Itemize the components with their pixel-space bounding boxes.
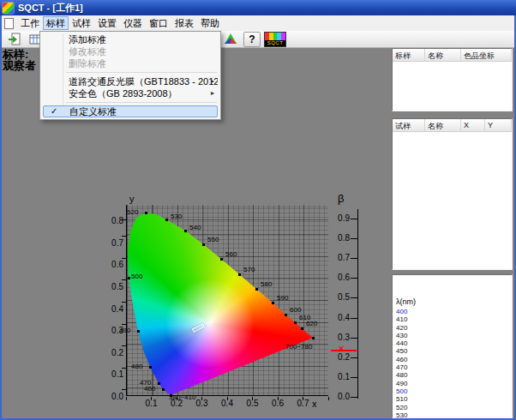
- standard-table-header: 标样名称色品坐标: [393, 49, 512, 62]
- app-icon: [3, 3, 14, 14]
- menu-item-label: 道路交通反光膜（GBT18833 - 2012）: [69, 76, 218, 87]
- wavelength-item[interactable]: 400: [393, 308, 512, 315]
- locus-point: [301, 327, 303, 330]
- wavelength-item[interactable]: 470: [393, 363, 512, 371]
- locus-label: 580: [261, 280, 272, 288]
- title-bar[interactable]: SQCT - [工作1]: [0, 0, 516, 15]
- locus-point: [294, 321, 297, 324]
- locus-point: [128, 277, 130, 279]
- standard-table-body[interactable]: [393, 62, 512, 111]
- wavelength-item[interactable]: 490: [393, 380, 512, 387]
- wavelength-item[interactable]: 450: [393, 347, 512, 355]
- locus-label: 520: [127, 208, 138, 216]
- sample-table-body[interactable]: [393, 132, 512, 269]
- submenu-arrow-icon: ▸: [211, 75, 214, 87]
- sample-table-column-1[interactable]: 名称: [425, 119, 461, 131]
- sample-table-column-2[interactable]: X: [461, 119, 485, 131]
- locus-point: [184, 230, 187, 232]
- menu-item-label: 修改标准: [69, 46, 106, 57]
- beta-tick-label: 0.3: [326, 333, 350, 342]
- locus-point: [145, 212, 147, 214]
- wavelength-item[interactable]: 510: [393, 395, 512, 403]
- locus-point: [238, 273, 241, 276]
- beta-tick-label: 0.7: [326, 253, 350, 262]
- locus-label: 490: [119, 327, 130, 334]
- beta-tick-label: 0.4: [326, 313, 350, 322]
- menu-item-sample[interactable]: 试样: [69, 16, 94, 30]
- wavelength-item[interactable]: 420: [393, 324, 512, 332]
- wavelength-item[interactable]: 430: [393, 332, 512, 339]
- spectral-locus-fill: [127, 205, 329, 396]
- locus-label: 460: [144, 385, 155, 393]
- menu-road-traffic-reflective-film[interactable]: 道路交通反光膜（GBT18833 - 2012）▸: [43, 75, 218, 87]
- wavelength-item[interactable]: 530: [393, 411, 512, 418]
- toolbar-chart-button[interactable]: [221, 32, 240, 47]
- menu-item-label: 删除标准: [69, 58, 106, 69]
- sample-table-panel: 试样名称XY: [392, 118, 513, 270]
- wavelength-item[interactable]: 520: [393, 404, 512, 411]
- beta-axis-tickmarks: [351, 219, 357, 398]
- menu-edit-standard[interactable]: 修改标准: [43, 45, 218, 57]
- menu-delete-standard[interactable]: 删除标准: [43, 57, 218, 69]
- wavelength-item[interactable]: 480: [393, 371, 512, 379]
- y-tick-label: 0.6: [99, 260, 123, 269]
- locus-point: [149, 366, 152, 369]
- wavelength-panel: λ(nm) 4004104204304404504604704804905005…: [392, 274, 513, 418]
- x-tick-label: 0.5: [243, 399, 262, 408]
- locus-label: 560: [225, 250, 237, 258]
- submenu-arrow-icon: ▸: [211, 87, 214, 99]
- locus-point: [285, 314, 287, 316]
- standard-table-column-2[interactable]: 色品坐标: [461, 49, 512, 61]
- window-frame-left: [0, 15, 2, 420]
- locus-label: 620: [306, 320, 317, 327]
- menu-custom-standard[interactable]: ✓自定义标准: [43, 105, 218, 117]
- beta-tick-label: 0.6: [326, 273, 350, 282]
- sqct-logo-label: SQCT: [267, 40, 284, 46]
- document-icon[interactable]: [4, 18, 14, 29]
- menu-add-standard[interactable]: 添加标准: [43, 33, 218, 45]
- menu-item-instrument[interactable]: 仪器: [120, 16, 146, 30]
- locus-label: 700~780: [285, 343, 312, 351]
- locus-label: 380~410: [169, 393, 195, 401]
- toolbar-open-button[interactable]: [5, 32, 24, 47]
- wavelength-item[interactable]: 440: [393, 339, 512, 347]
- menu-item-report[interactable]: 报表: [171, 16, 197, 30]
- menu-item-label: 自定义标准: [69, 106, 117, 117]
- menu-item-window[interactable]: 窗口: [146, 16, 171, 30]
- sample-table-column-0[interactable]: 试样: [393, 119, 425, 131]
- standard-table-column-1[interactable]: 名称: [425, 49, 461, 61]
- wavelength-item[interactable]: 410: [393, 315, 512, 323]
- standard-table-column-0[interactable]: 标样: [393, 49, 425, 61]
- checkmark-icon: ✓: [51, 106, 57, 117]
- wavelength-item[interactable]: 460: [393, 356, 512, 363]
- beta-tick-label: 0.0: [326, 392, 350, 401]
- locus-point: [312, 337, 315, 339]
- locus-label: 530: [171, 213, 182, 220]
- locus-point: [202, 243, 205, 246]
- beta-tick-label: 0.1: [326, 372, 350, 381]
- menu-item-help[interactable]: 帮助: [197, 16, 223, 30]
- standard-menu-dropdown: 添加标准修改标准删除标准道路交通反光膜（GBT18833 - 2012）▸安全色…: [39, 31, 221, 120]
- x-tick-label: 0.1: [142, 399, 161, 408]
- menu-item-standard[interactable]: 标样: [43, 16, 69, 30]
- menu-items: 工作标样试样设置仪器窗口报表帮助: [17, 16, 223, 30]
- locus-label: 480: [131, 363, 142, 370]
- sample-table-column-3[interactable]: Y: [485, 119, 512, 131]
- menu-item-label: 安全色（GB 2893-2008）: [69, 88, 177, 99]
- help-button[interactable]: ?: [243, 32, 261, 47]
- menu-item-settings[interactable]: 设置: [94, 16, 120, 30]
- sqct-logo-button[interactable]: SQCT: [264, 32, 286, 47]
- menu-separator: [66, 102, 217, 103]
- menu-safety-color[interactable]: 安全色（GB 2893-2008）▸: [43, 87, 218, 99]
- wavelength-item[interactable]: 500: [393, 387, 512, 395]
- menu-item-work[interactable]: 工作: [17, 16, 43, 30]
- y-tick-label: 0.8: [99, 216, 123, 225]
- beta-axis-line: [357, 209, 358, 399]
- chromaticity-diagram[interactable]: 520530540550560570580590600610620700~780…: [126, 205, 328, 396]
- locus-label: 500: [131, 273, 142, 280]
- y-tick-label: 0.2: [99, 348, 123, 357]
- x-tick-label: 0.7: [294, 399, 313, 408]
- open-file-icon: [8, 33, 21, 46]
- beta-tick-label: 0.5: [326, 292, 350, 302]
- locus-point: [162, 388, 165, 391]
